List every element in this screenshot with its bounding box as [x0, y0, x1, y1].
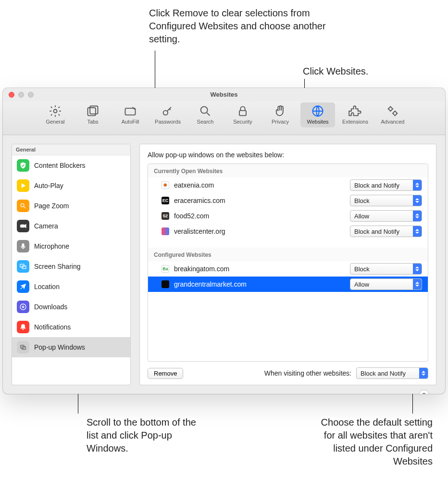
website-domain: veralistcenter.org	[174, 227, 345, 235]
website-row[interactable]: veralistcenter.orgBlock and Notify	[148, 224, 428, 239]
tab-security[interactable]: Security	[225, 102, 260, 127]
sidebar-item-notifications[interactable]: Notifications	[12, 317, 130, 337]
sidebar-item-downloads[interactable]: Downloads	[12, 297, 130, 317]
website-row[interactable]: Babreakingatom.comBlock	[148, 261, 428, 277]
group-header-configured: Configured Websites	[148, 248, 428, 261]
main-panel: Allow pop-up windows on the websites bel…	[139, 144, 436, 385]
sidebar-item-content-blockers[interactable]: Content Blockers	[12, 155, 130, 176]
site-list: Currently Open Websites ✺eatxenia.comBlo…	[148, 164, 428, 362]
bell-icon	[17, 321, 29, 333]
bottom-bar: Remove When visiting other websites: Blo…	[148, 367, 428, 379]
tab-label: Passwords	[155, 119, 181, 125]
sidebar-item-microphone[interactable]: Microphone	[12, 236, 130, 256]
svg-rect-12	[21, 225, 25, 227]
sidebar-item-label: Page Zoom	[34, 202, 69, 210]
tab-tabs[interactable]: Tabs	[75, 102, 110, 127]
tab-label: Tabs	[87, 119, 98, 125]
zoom-icon	[17, 200, 29, 212]
sidebar-item-camera[interactable]: Camera	[12, 216, 130, 236]
website-domain: food52.com	[174, 212, 345, 220]
download-icon	[17, 301, 29, 313]
tab-label: Security	[233, 119, 252, 125]
favicon: ▭	[162, 280, 169, 288]
website-setting-popup[interactable]: Block	[350, 263, 422, 275]
tab-advanced[interactable]: Advanced	[375, 102, 410, 127]
website-setting-popup[interactable]: Allow	[350, 210, 422, 222]
lock-icon	[236, 104, 249, 118]
callout-default: Choose the default setting for all websi…	[308, 416, 433, 468]
sidebar-item-label: Notifications	[34, 323, 71, 331]
instruction-text: Allow pop-up windows on the websites bel…	[148, 151, 428, 159]
sidebar-item-label: Content Blockers	[34, 162, 86, 169]
website-domain: grandcentralmarket.com	[174, 280, 345, 288]
play-icon	[17, 179, 29, 192]
chevron-updown-icon	[413, 226, 422, 237]
tab-passwords[interactable]: Passwords	[150, 102, 185, 127]
sidebar-list: Content BlockersAuto-PlayPage ZoomCamera…	[12, 155, 130, 357]
other-websites-popup[interactable]: Block and Notify	[356, 367, 428, 379]
chevron-updown-icon	[413, 279, 422, 290]
website-row[interactable]: ▭grandcentralmarket.comAllow	[148, 277, 428, 292]
sidebar-item-pop-up-windows[interactable]: Pop-up Windows	[12, 337, 130, 357]
tab-websites[interactable]: Websites	[300, 102, 335, 127]
tab-autofill[interactable]: AutoFill	[113, 102, 148, 127]
sidebar: General Content BlockersAuto-PlayPage Zo…	[12, 144, 131, 385]
svg-rect-1	[88, 108, 96, 115]
website-setting-popup[interactable]: Block	[350, 195, 422, 206]
other-websites-label: When visiting other websites:	[264, 369, 351, 377]
hand-icon	[274, 104, 287, 118]
website-domain: breakingatom.com	[174, 265, 345, 273]
shield-icon	[17, 159, 29, 172]
website-row[interactable]: 52food52.comAllow	[148, 208, 428, 224]
website-setting-popup[interactable]: Block and Notify	[350, 179, 422, 191]
website-row[interactable]: ECeraceramics.comBlock	[148, 193, 428, 208]
chevron-updown-icon	[413, 264, 422, 274]
svg-point-5	[201, 107, 208, 113]
svg-rect-3	[125, 108, 136, 115]
sidebar-item-label: Microphone	[34, 242, 69, 250]
puzzle-icon	[348, 104, 362, 118]
svg-rect-6	[239, 111, 246, 116]
svg-marker-10	[22, 184, 25, 188]
sidebar-item-screen-sharing[interactable]: Screen Sharing	[12, 256, 130, 277]
chevron-updown-icon	[413, 180, 422, 190]
remove-button[interactable]: Remove	[148, 368, 183, 379]
screens-icon	[17, 260, 29, 273]
toolbar: General Tabs AutoFill Passwords Search S…	[3, 101, 445, 135]
windows-icon	[17, 341, 29, 353]
magnify-icon	[199, 104, 212, 118]
window-title: Websites	[3, 91, 445, 98]
svg-point-8	[389, 107, 392, 111]
chevron-updown-icon	[413, 195, 422, 206]
favicon: 52	[162, 212, 169, 220]
tab-label: AutoFill	[122, 119, 139, 125]
help-button[interactable]: ?	[419, 390, 429, 394]
svg-point-9	[393, 112, 397, 115]
website-setting-popup[interactable]: Block and Notify	[350, 226, 422, 237]
tab-search[interactable]: Search	[188, 102, 223, 127]
tab-extensions[interactable]: Extensions	[338, 102, 373, 127]
gear-icon	[49, 104, 62, 118]
favicon: EC	[162, 197, 169, 204]
preferences-window: Websites General Tabs AutoFill Passwords…	[3, 88, 445, 394]
svg-rect-14	[22, 244, 24, 247]
website-setting-popup[interactable]: Allow	[350, 278, 422, 290]
sidebar-item-label: Camera	[34, 222, 58, 230]
sidebar-item-label: Pop-up Windows	[34, 343, 85, 351]
tab-general[interactable]: General	[38, 102, 73, 127]
website-row[interactable]: ✺eatxenia.comBlock and Notify	[148, 177, 428, 193]
callout-remove: Click Remove to clear selections from Co…	[149, 7, 327, 46]
svg-point-0	[54, 110, 57, 113]
tab-label: Extensions	[342, 119, 368, 125]
tab-privacy[interactable]: Privacy	[263, 102, 298, 127]
favicon: Ba	[162, 265, 169, 273]
tab-label: Websites	[307, 119, 328, 125]
globe-icon	[311, 104, 324, 118]
popup-value: Allow	[354, 213, 369, 220]
sidebar-item-location[interactable]: Location	[12, 277, 130, 297]
sidebar-item-auto-play[interactable]: Auto-Play	[12, 176, 130, 196]
chevron-updown-icon	[419, 368, 428, 378]
popup-value: Block and Notify	[361, 370, 406, 377]
sidebar-item-page-zoom[interactable]: Page Zoom	[12, 196, 130, 216]
window-body: General Content BlockersAuto-PlayPage Zo…	[3, 135, 445, 394]
